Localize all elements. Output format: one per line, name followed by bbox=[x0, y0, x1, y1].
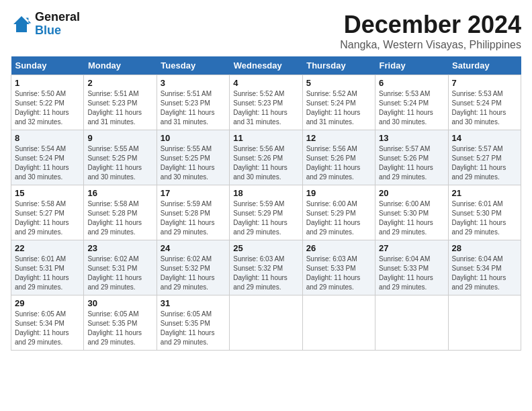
calendar-cell: 3Sunrise: 5:51 AM Sunset: 5:23 PM Daylig… bbox=[157, 75, 229, 130]
day-number: 26 bbox=[306, 243, 371, 253]
day-info: Sunrise: 5:52 AM Sunset: 5:23 PM Dayligh… bbox=[233, 89, 298, 127]
day-number: 27 bbox=[379, 243, 444, 253]
day-info: Sunrise: 6:04 AM Sunset: 5:33 PM Dayligh… bbox=[379, 255, 444, 292]
day-info: Sunrise: 6:05 AM Sunset: 5:35 PM Dayligh… bbox=[87, 310, 152, 347]
day-number: 17 bbox=[161, 188, 226, 198]
header-wednesday: Wednesday bbox=[230, 56, 302, 75]
calendar-cell bbox=[448, 295, 521, 351]
week-row-4: 22Sunrise: 6:01 AM Sunset: 5:31 PM Dayli… bbox=[11, 240, 521, 295]
day-number: 21 bbox=[452, 188, 517, 198]
day-number: 14 bbox=[452, 133, 517, 143]
day-info: Sunrise: 5:59 AM Sunset: 5:29 PM Dayligh… bbox=[233, 199, 298, 237]
calendar-cell: 22Sunrise: 6:01 AM Sunset: 5:31 PM Dayli… bbox=[11, 240, 84, 295]
header-friday: Friday bbox=[375, 56, 448, 75]
day-number: 12 bbox=[306, 133, 371, 143]
day-info: Sunrise: 5:50 AM Sunset: 5:22 PM Dayligh… bbox=[15, 89, 80, 127]
header-tuesday: Tuesday bbox=[157, 56, 229, 75]
calendar-cell: 27Sunrise: 6:04 AM Sunset: 5:33 PM Dayli… bbox=[375, 240, 448, 295]
day-number: 24 bbox=[161, 243, 226, 253]
day-number: 11 bbox=[233, 133, 298, 143]
calendar-cell: 7Sunrise: 5:53 AM Sunset: 5:24 PM Daylig… bbox=[448, 75, 521, 130]
calendar-cell: 20Sunrise: 6:00 AM Sunset: 5:30 PM Dayli… bbox=[375, 185, 448, 240]
day-number: 2 bbox=[87, 78, 152, 88]
day-number: 18 bbox=[233, 188, 298, 198]
week-row-1: 1Sunrise: 5:50 AM Sunset: 5:22 PM Daylig… bbox=[11, 75, 521, 130]
day-info: Sunrise: 5:55 AM Sunset: 5:25 PM Dayligh… bbox=[87, 144, 152, 182]
day-info: Sunrise: 5:52 AM Sunset: 5:24 PM Dayligh… bbox=[306, 89, 371, 127]
calendar-cell: 18Sunrise: 5:59 AM Sunset: 5:29 PM Dayli… bbox=[230, 185, 302, 240]
calendar-cell: 8Sunrise: 5:54 AM Sunset: 5:24 PM Daylig… bbox=[11, 130, 84, 185]
title-area: December 2024 Nangka, Western Visayas, P… bbox=[340, 11, 521, 51]
calendar-cell: 21Sunrise: 6:01 AM Sunset: 5:30 PM Dayli… bbox=[448, 185, 521, 240]
calendar-cell: 28Sunrise: 6:04 AM Sunset: 5:34 PM Dayli… bbox=[448, 240, 521, 295]
day-info: Sunrise: 6:01 AM Sunset: 5:30 PM Dayligh… bbox=[452, 199, 517, 237]
day-info: Sunrise: 5:57 AM Sunset: 5:27 PM Dayligh… bbox=[452, 144, 517, 182]
day-info: Sunrise: 6:05 AM Sunset: 5:35 PM Dayligh… bbox=[161, 310, 226, 347]
calendar-cell: 25Sunrise: 6:03 AM Sunset: 5:32 PM Dayli… bbox=[230, 240, 302, 295]
day-info: Sunrise: 6:03 AM Sunset: 5:33 PM Dayligh… bbox=[306, 255, 371, 292]
header: GeneralBlue December 2024 Nangka, Wester… bbox=[11, 11, 521, 51]
day-number: 10 bbox=[161, 133, 226, 143]
calendar-cell: 2Sunrise: 5:51 AM Sunset: 5:23 PM Daylig… bbox=[84, 75, 157, 130]
calendar-cell: 16Sunrise: 5:58 AM Sunset: 5:28 PM Dayli… bbox=[84, 185, 157, 240]
calendar-cell: 19Sunrise: 6:00 AM Sunset: 5:29 PM Dayli… bbox=[302, 185, 375, 240]
calendar-cell bbox=[302, 295, 375, 351]
calendar-cell: 1Sunrise: 5:50 AM Sunset: 5:22 PM Daylig… bbox=[11, 75, 84, 130]
calendar-cell: 10Sunrise: 5:55 AM Sunset: 5:25 PM Dayli… bbox=[157, 130, 229, 185]
header-sunday: Sunday bbox=[11, 56, 84, 75]
day-number: 4 bbox=[233, 78, 298, 88]
calendar-cell: 4Sunrise: 5:52 AM Sunset: 5:23 PM Daylig… bbox=[230, 75, 302, 130]
calendar-table: SundayMondayTuesdayWednesdayThursdayFrid… bbox=[11, 56, 521, 351]
location: Nangka, Western Visayas, Philippines bbox=[340, 39, 521, 51]
calendar-cell: 24Sunrise: 6:02 AM Sunset: 5:32 PM Dayli… bbox=[157, 240, 229, 295]
day-info: Sunrise: 5:56 AM Sunset: 5:26 PM Dayligh… bbox=[233, 144, 298, 182]
day-number: 15 bbox=[15, 188, 80, 198]
day-info: Sunrise: 6:02 AM Sunset: 5:31 PM Dayligh… bbox=[87, 255, 152, 292]
day-info: Sunrise: 6:00 AM Sunset: 5:30 PM Dayligh… bbox=[379, 199, 444, 237]
day-number: 5 bbox=[306, 78, 371, 88]
logo-text: GeneralBlue bbox=[35, 11, 80, 38]
calendar-cell: 15Sunrise: 5:58 AM Sunset: 5:27 PM Dayli… bbox=[11, 185, 84, 240]
day-info: Sunrise: 5:53 AM Sunset: 5:24 PM Dayligh… bbox=[379, 89, 444, 127]
calendar-cell: 26Sunrise: 6:03 AM Sunset: 5:33 PM Dayli… bbox=[302, 240, 375, 295]
logo: GeneralBlue bbox=[11, 11, 80, 38]
header-thursday: Thursday bbox=[302, 56, 375, 75]
day-number: 7 bbox=[452, 78, 517, 88]
day-number: 25 bbox=[233, 243, 298, 253]
day-info: Sunrise: 5:53 AM Sunset: 5:24 PM Dayligh… bbox=[452, 89, 517, 127]
calendar-cell: 17Sunrise: 5:59 AM Sunset: 5:28 PM Dayli… bbox=[157, 185, 229, 240]
day-info: Sunrise: 6:05 AM Sunset: 5:34 PM Dayligh… bbox=[15, 310, 80, 347]
day-number: 20 bbox=[379, 188, 444, 198]
day-number: 19 bbox=[306, 188, 371, 198]
day-number: 30 bbox=[87, 298, 152, 308]
header-saturday: Saturday bbox=[448, 56, 521, 75]
day-number: 28 bbox=[452, 243, 517, 253]
calendar-cell: 12Sunrise: 5:56 AM Sunset: 5:26 PM Dayli… bbox=[302, 130, 375, 185]
day-number: 9 bbox=[87, 133, 152, 143]
day-info: Sunrise: 6:03 AM Sunset: 5:32 PM Dayligh… bbox=[233, 255, 298, 292]
day-info: Sunrise: 5:51 AM Sunset: 5:23 PM Dayligh… bbox=[87, 89, 152, 127]
day-number: 1 bbox=[15, 78, 80, 88]
calendar-cell: 13Sunrise: 5:57 AM Sunset: 5:26 PM Dayli… bbox=[375, 130, 448, 185]
day-number: 6 bbox=[379, 78, 444, 88]
calendar-cell: 11Sunrise: 5:56 AM Sunset: 5:26 PM Dayli… bbox=[230, 130, 302, 185]
day-info: Sunrise: 5:57 AM Sunset: 5:26 PM Dayligh… bbox=[379, 144, 444, 182]
day-number: 31 bbox=[161, 298, 226, 308]
week-row-2: 8Sunrise: 5:54 AM Sunset: 5:24 PM Daylig… bbox=[11, 130, 521, 185]
day-info: Sunrise: 5:51 AM Sunset: 5:23 PM Dayligh… bbox=[161, 89, 226, 127]
day-info: Sunrise: 5:56 AM Sunset: 5:26 PM Dayligh… bbox=[306, 144, 371, 182]
calendar-cell bbox=[230, 295, 302, 351]
week-row-5: 29Sunrise: 6:05 AM Sunset: 5:34 PM Dayli… bbox=[11, 295, 521, 351]
calendar-cell: 6Sunrise: 5:53 AM Sunset: 5:24 PM Daylig… bbox=[375, 75, 448, 130]
day-number: 8 bbox=[15, 133, 80, 143]
month-title: December 2024 bbox=[340, 11, 521, 39]
day-info: Sunrise: 6:04 AM Sunset: 5:34 PM Dayligh… bbox=[452, 255, 517, 292]
header-row: SundayMondayTuesdayWednesdayThursdayFrid… bbox=[11, 56, 521, 75]
day-number: 3 bbox=[161, 78, 226, 88]
day-info: Sunrise: 5:54 AM Sunset: 5:24 PM Dayligh… bbox=[15, 144, 80, 182]
day-number: 16 bbox=[87, 188, 152, 198]
day-number: 22 bbox=[15, 243, 80, 253]
day-number: 13 bbox=[379, 133, 444, 143]
header-monday: Monday bbox=[84, 56, 157, 75]
calendar-cell: 30Sunrise: 6:05 AM Sunset: 5:35 PM Dayli… bbox=[84, 295, 157, 351]
